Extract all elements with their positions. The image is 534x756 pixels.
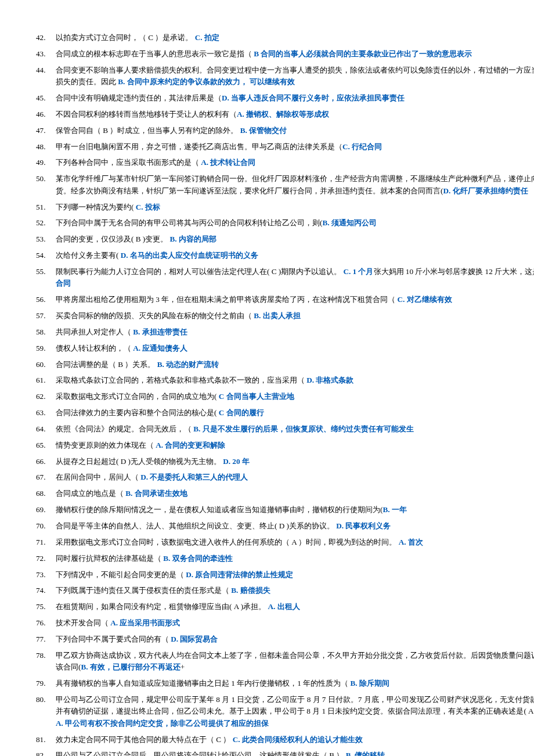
question-text: 合同成立的根本标志即在于当事人的意思表示一致它是指（	[56, 49, 254, 58]
answer-text: D. 不是委托人和第三人的代理人	[140, 473, 248, 481]
question-item: 合同成立的地点是（ B. 合同承诺生效地	[36, 488, 534, 499]
question-item: 下列合同中属于无名合同的有甲公司将其与丙公司的合同权利转让给乙公司，则(B. 须…	[36, 217, 534, 229]
answer-text: C. 拍定	[195, 33, 219, 42]
question-item: 合同法律效力的主要内容和整个合同法的核心是( C 合同的履行	[36, 407, 534, 419]
question-item: 情势变更原则的效力体现在（ A. 合同的变更和解除	[36, 440, 534, 451]
answer-text: D. 化纤厂要承担缔约责任	[443, 186, 528, 195]
question-item: 甲将房屋出租给乙使用租期为 3 年，但在租期未满之前甲将该房屋卖给了丙，在这种情…	[36, 294, 534, 305]
question-item: 合同成立的根本标志即在于当事人的意思表示一致它是指（ B 合同的当事人必须就合同…	[36, 48, 534, 60]
question-text: 甲公司与乙公司订立合同后，甲公司将该合同转让给丙公司，这种情形使就发生（ B ）	[56, 751, 346, 756]
question-item: 甲公司与乙公司订立合同后，甲公司将该合同转让给丙公司，这种情形使就发生（ B ）…	[36, 750, 534, 756]
answer-text: C 合同的履行	[219, 408, 264, 417]
answer-text: A. 技术转让合同	[201, 158, 255, 167]
question-item: 采取数据电文形式订立合同的，合同的成立地为( C 合同当事人主营业地	[36, 391, 534, 402]
question-text: 限制民事行为能力人订立合同的，相对人可以催告法定代理人在( C )期限内予以追认…	[56, 267, 343, 276]
question-text: 下列各种合同中，应当采取书面形式的是（	[56, 158, 201, 167]
question-item: 下列情况中，不能引起合同变更的是（ D. 原合同违背法律的禁止性规定	[36, 569, 534, 581]
answer-text: D. 名马的出卖人应交付血统证明书的义务	[121, 251, 258, 260]
answer-text: A. 撤销权、解除权等形成权	[237, 110, 329, 118]
answer-text: B. 只是不发生履行的后果，但恢复原状、缔约过失责任有可能发生	[193, 424, 413, 433]
question-item: 债权人转让权利的，（ A. 应通知债务人	[36, 343, 534, 354]
question-text: 下列合同中属于无名合同的有甲公司将其与丙公司的合同权利转让给乙公司，则(	[56, 218, 322, 227]
question-item: 在租赁期间，如果合同没有约定，租赁物修理应当由( A )承担。 A. 出租人	[36, 601, 534, 613]
question-text: 在居间合同中，居间人（	[56, 473, 140, 481]
answer-text: D. 国际贸易合	[171, 635, 218, 643]
question-item: 买卖合同标的物的毁损、灭失的风险在标的物交付之前由（ B. 出卖人承担	[36, 310, 534, 322]
answer-text: B. 有效，已履行部分不再返还	[81, 663, 180, 671]
answer-text: A. 合同的变更和解除	[156, 441, 225, 449]
question-text: 合同成立的地点是（	[56, 489, 125, 498]
question-text: 下列哪一种情况为要约(	[56, 203, 136, 211]
question-item: 合同是平等主体的自然人、法人、其他组织之间设立、变更、终止( D )关系的协议。…	[36, 520, 534, 532]
answer-text: B. 合同中原来约定的争议条款的效力， 可以继续有效	[118, 77, 295, 86]
question-item: 保管合同自（ B ）时成立，但当事人另有约定的除外。 B. 保管物交付	[36, 125, 534, 136]
question-item: 以拍卖方式订立合同时，（ C ）是承诺。 C. 拍定	[36, 32, 534, 44]
answer-text: B. 出卖人承担	[254, 311, 300, 320]
question-text: 采取格式条款订立合同的，若格式条款和非格式条款不一致的，应当采用（	[56, 376, 306, 384]
question-item: 具有撤销权的当事人自知道或应知道撤销事由之日起 1 年内行使撤销权，1 年的性质…	[36, 678, 534, 689]
question-text: 甲将房屋出租给乙使用租期为 3 年，但在租期未满之前甲将该房屋卖给了丙，在这种情…	[56, 295, 397, 304]
question-text: 合同法律效力的主要内容和整个合同法的核心是(	[56, 408, 219, 417]
question-text: 合同的变更，仅仅涉及( B )变更。	[56, 235, 169, 243]
question-text: 合同中没有明确规定违约责任的，其法律后果是（	[56, 93, 222, 102]
answer-text: A. 应当采用书面形式	[110, 618, 180, 627]
question-text: 次给付义务主要有(	[56, 251, 121, 260]
question-text: 下列情况中，不能引起合同变更的是（	[56, 570, 186, 579]
question-text: 共同承担人对定作人（	[56, 327, 133, 336]
question-list: 以拍卖方式订立合同时，（ C ）是承诺。 C. 拍定合同成立的根本标志即在于当事…	[36, 32, 534, 756]
question-item: 从提存之日起超过( D )无人受领的物视为无主物。 D. 20 年	[36, 456, 534, 467]
question-text: 不因合同权利的移转而当然地移转于受让人的权利有（	[56, 110, 237, 118]
question-text: 保管合同自（ B ）时成立，但当事人另有约定的除外。	[56, 126, 240, 135]
question-text: 依照《合同法》的规定。合同无效后，（	[56, 424, 193, 433]
question-item: 下列合同中不属于要式合同的有（ D. 国际贸易合	[36, 633, 534, 645]
question-item: 某市化学纤维厂与某市针织厂第一车间签订购销合同一份。但化纤厂因原材料涨价，生产经…	[36, 173, 534, 197]
question-item: 同时履行抗辩权的法律基础是（ B. 双务合同的牵连性	[36, 553, 534, 564]
answer-text: C. 行纪合同	[342, 142, 382, 151]
answer-text: A. 应通知债务人	[133, 344, 187, 352]
answer-text: D. 民事权利义务	[336, 521, 391, 530]
question-text: 下列合同中不属于要式合同的有（	[56, 635, 171, 643]
question-item: 合同中没有明确规定违约责任的，其法律后果是（D. 当事人违反合同不履行义务时，应…	[36, 92, 534, 104]
question-item: 采用数据电文形式订立合同时，该数据电文进入收件人的任何系统的（ A ）时间，即视…	[36, 537, 534, 548]
question-text: 合同是平等主体的自然人、法人、其他组织之间设立、变更、终止( D )关系的协议。	[56, 521, 336, 530]
answer-text: B. 保管物交付	[240, 126, 287, 135]
answer-text: D. 非格式条款	[306, 376, 353, 384]
question-text: 甲有一台旧电脑闲置不用，弃之可惜，遂委托乙商店出售。甲与乙商店的法律关系是（	[56, 142, 342, 151]
answer-text: B. 赔偿损失	[231, 586, 270, 595]
question-item: 下列各种合同中，应当采取书面形式的是（ A. 技术转让合同	[36, 157, 534, 168]
answer-text: B. 双务合同的牵连性	[163, 554, 232, 563]
question-item: 限制民事行为能力人订立合同的，相对人可以催告法定代理人在( C )期限内予以追认…	[36, 266, 534, 290]
question-text: 采取数据电文形式订立合同的，合同的成立地为(	[56, 392, 219, 401]
question-text: 甲公司与乙公司订立合同，规定甲公司应于某年 8 月 1 日交货，乙公司应于 8 …	[56, 695, 534, 715]
question-text: 买卖合同标的物的毁损、灭失的风险在标的物交付之前由（	[56, 311, 254, 320]
question-text: 采用数据电文形式订立合同时，该数据电文进入收件人的任何系统的（ A ）时间，即视…	[56, 538, 399, 546]
question-text: 具有撤销权的当事人自知道或应知道撤销事由之日起 1 年内行使撤销权，1 年的性质…	[56, 679, 350, 687]
answer-text: B. 债的移转	[346, 751, 385, 756]
answer-text: A. 出租人	[268, 602, 300, 611]
answer-text: C. 1 个月	[343, 267, 373, 276]
question-text: 从提存之日起超过( D )无人受领的物视为无主物。	[56, 457, 223, 466]
question-item: 下列哪一种情况为要约( C. 投标	[36, 201, 534, 213]
answer-text: A. 甲公司有权不按合同约定交货，除非乙公司提供了相应的担保	[56, 719, 269, 728]
question-item: 在居间合同中，居间人（ D. 不是委托人和第三人的代理人	[36, 471, 534, 483]
answer-text: C. 投标	[136, 203, 160, 211]
question-item: 次给付义务主要有( D. 名马的出卖人应交付血统证明书的义务	[36, 250, 534, 261]
question-item: 甲乙双方协商达成协议，双方代表人均在合同文本上签了字，但都未盖合同公章，不久甲方…	[36, 650, 534, 674]
question-item: 采取格式条款订立合同的，若格式条款和非格式条款不一致的，应当采用（ D. 非格式…	[36, 375, 534, 386]
answer-text: C 合同当事人主营业地	[219, 392, 294, 401]
question-item: 撤销权行使的除斥期间情况之一，是在债权人知道或者应当知道撤销事由时，撤销权的行使…	[36, 504, 534, 516]
question-item: 技术开发合同（ A. 应当采用书面形式	[36, 617, 534, 629]
question-text: 下列既属于违约责任又属于侵权责任的责任形式是（	[56, 586, 231, 595]
answer-text: B. 须通知丙公司	[322, 218, 376, 227]
question-text: 以拍卖方式订立合同时，（ C ）是承诺。	[56, 33, 195, 42]
question-item: 合同法调整的是（ B ）关系。 B. 动态的财产流转	[36, 359, 534, 370]
question-item: 甲公司与乙公司订立合同，规定甲公司应于某年 8 月 1 日交货，乙公司应于 8 …	[36, 694, 534, 729]
question-text: 技术开发合同（	[56, 618, 110, 627]
question-text: 同时履行抗辩权的法律基础是（	[56, 554, 163, 563]
question-item: 合同变更不影响当事人要求赔偿损失的权利。合同变更过程中使一方当事人遭受的损失，除…	[36, 64, 534, 88]
answer-text: A. 首次	[399, 538, 423, 546]
question-text: 在租赁期间，如果合同没有约定，租赁物修理应当由( A )承担。	[56, 602, 268, 611]
question-text: 张大妈用 10 斤小米与邻居李嫂换 12 斤大米，这是(	[374, 267, 535, 276]
question-text: 撤销权行使的除斥期间情况之一，是在债权人知道或者应当知道撤销事由时，撤销权的行使…	[56, 505, 383, 514]
answer-text: B. 内容的局部	[169, 235, 216, 243]
